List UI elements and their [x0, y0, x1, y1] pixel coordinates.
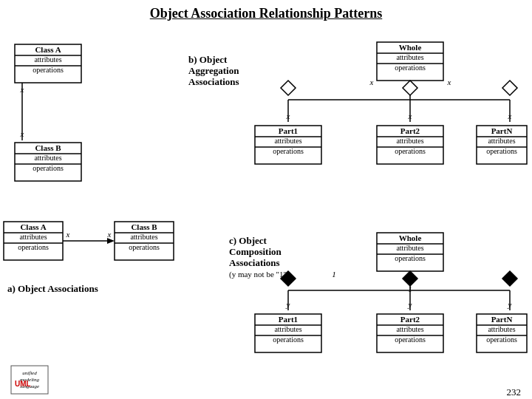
svg-text:operations: operations — [395, 335, 426, 344]
svg-text:x: x — [286, 112, 290, 120]
logo-area: unified modeling language UML — [11, 366, 48, 394]
svg-text:attributes: attributes — [396, 325, 423, 333]
svg-text:attributes: attributes — [19, 233, 47, 241]
svg-text:Associations: Associations — [188, 76, 239, 87]
part1-box-agg: Part1 attributes operations — [255, 126, 321, 164]
svg-text:y: y — [408, 300, 412, 309]
svg-text:operations: operations — [129, 243, 160, 251]
part2-box-agg: Part2 attributes operations — [377, 126, 443, 164]
svg-text:operations: operations — [395, 254, 426, 262]
svg-marker-23 — [107, 238, 115, 244]
svg-text:PartN: PartN — [491, 315, 513, 324]
svg-text:x: x — [408, 112, 412, 120]
svg-text:b) Object: b) Object — [188, 54, 228, 65]
svg-marker-91 — [502, 271, 517, 286]
whole-box-agg: Whole attributes operations — [377, 42, 443, 81]
page-title: Object Association Relationship Patterns — [0, 0, 532, 24]
svg-text:(y may not be "1"): (y may not be "1") — [229, 270, 290, 279]
svg-text:attributes: attributes — [488, 325, 515, 333]
svg-text:x: x — [447, 78, 451, 86]
svg-text:Composition: Composition — [229, 246, 282, 257]
a-label: a) Object Associations — [7, 283, 98, 294]
svg-text:x: x — [107, 230, 112, 239]
svg-marker-90 — [403, 271, 417, 286]
svg-text:attributes: attributes — [396, 53, 423, 61]
svg-text:attributes: attributes — [34, 154, 61, 162]
partN-box-agg: PartN attributes operations — [477, 126, 527, 164]
svg-text:attributes: attributes — [34, 55, 61, 64]
svg-text:Part1: Part1 — [279, 315, 298, 324]
svg-text:Class B: Class B — [131, 222, 157, 231]
svg-text:Class A: Class A — [35, 45, 61, 54]
svg-text:operations: operations — [33, 66, 64, 74]
svg-text:attributes: attributes — [130, 233, 157, 241]
svg-text:x: x — [20, 129, 24, 138]
svg-text:UML: UML — [15, 380, 31, 388]
class-b-assoc-box: Class B attributes operations — [115, 222, 174, 260]
svg-text:Class B: Class B — [35, 143, 61, 152]
svg-marker-49 — [502, 81, 517, 95]
svg-text:operations: operations — [486, 335, 517, 344]
svg-text:x: x — [66, 230, 70, 239]
class-a-box-left: Class A attributes operations — [15, 44, 81, 83]
svg-text:PartN: PartN — [491, 126, 513, 135]
svg-text:1: 1 — [332, 270, 336, 279]
svg-text:y: y — [508, 300, 512, 309]
svg-text:x: x — [508, 112, 512, 120]
svg-text:x: x — [369, 78, 374, 86]
svg-text:operations: operations — [395, 64, 426, 72]
svg-text:operations: operations — [395, 147, 426, 155]
svg-text:operations: operations — [33, 164, 64, 172]
whole-box-comp: Whole attributes operations — [377, 233, 443, 271]
svg-text:Aggregation: Aggregation — [188, 65, 239, 76]
class-a-assoc-box: Class A attributes operations — [4, 222, 63, 260]
svg-text:Whole: Whole — [399, 233, 422, 242]
svg-text:attributes: attributes — [396, 244, 423, 252]
svg-text:operations: operations — [486, 147, 517, 155]
part1-box-comp: Part1 attributes operations — [255, 314, 321, 352]
page-number: 232 — [507, 386, 522, 398]
svg-text:c) Object: c) Object — [229, 235, 267, 246]
svg-text:attributes: attributes — [488, 137, 515, 145]
class-b-box-left: Class B attributes operations — [15, 143, 81, 181]
svg-text:Part2: Part2 — [400, 315, 420, 324]
svg-text:attributes: attributes — [396, 137, 423, 145]
svg-text:unified: unified — [22, 370, 37, 376]
svg-marker-47 — [281, 81, 296, 95]
svg-text:operations: operations — [273, 335, 304, 344]
svg-text:Associations: Associations — [229, 257, 280, 268]
svg-text:operations: operations — [273, 147, 304, 155]
svg-text:attributes: attributes — [274, 325, 301, 333]
svg-text:Whole: Whole — [399, 43, 422, 52]
svg-text:Part1: Part1 — [279, 126, 298, 135]
svg-text:operations: operations — [18, 243, 49, 251]
svg-text:Class A: Class A — [20, 222, 46, 231]
svg-text:Part2: Part2 — [400, 126, 420, 135]
svg-marker-48 — [403, 81, 417, 95]
svg-text:attributes: attributes — [274, 137, 301, 145]
svg-text:y: y — [286, 300, 290, 309]
part2-box-comp: Part2 attributes operations — [377, 314, 443, 352]
partN-box-comp: PartN attributes operations — [477, 314, 527, 352]
